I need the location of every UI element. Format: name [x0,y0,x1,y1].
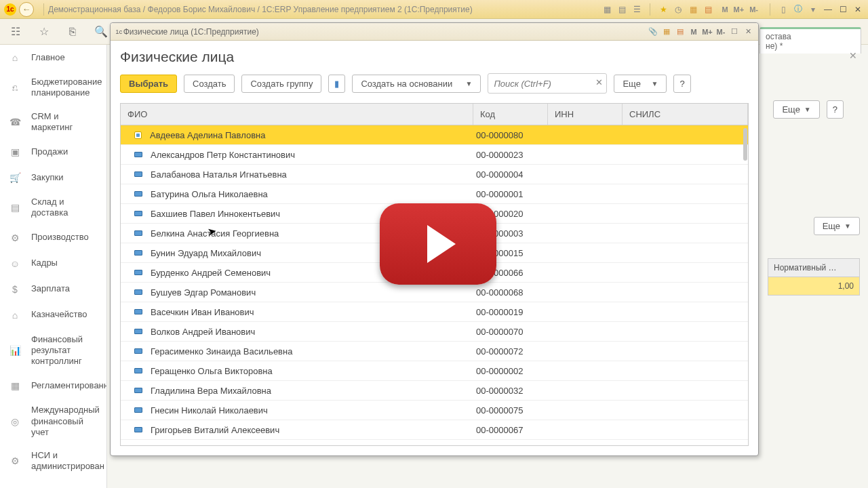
help-button[interactable]: ? [673,75,690,93]
cell-kod: 00-0000068 [473,287,548,298]
docs-icon[interactable]: ▯ [777,3,789,16]
clear-search-button[interactable]: ✕ [595,77,603,87]
row-type-icon [134,407,142,413]
m-button[interactable]: M [688,26,700,38]
col-inn[interactable]: ИНН [548,104,623,125]
table-row[interactable]: Григорьев Виталий Алексеевич00-0000067 [121,420,748,440]
history-icon[interactable]: ◷ [672,3,684,16]
sidebar-item[interactable]: ▣Продажи [0,139,106,165]
cell-fio: Бунин Эдуард Михайлович [151,248,261,258]
more-button[interactable]: Еще ▼ [614,75,667,93]
sidebar-item[interactable]: ◎Международный финансовый учет [0,399,106,444]
table-row[interactable]: Васечкин Иван Иванович00-0000019 [121,302,748,322]
col-fio[interactable]: ФИО [121,104,473,125]
nav-back-button[interactable]: ← [19,2,34,17]
cell-fio: Батурина Ольга Николаевна [151,189,268,199]
sidebar-item-label: Зарплата [31,283,70,294]
sidebar-item[interactable]: ▦Регламентированн [0,373,106,399]
table-row[interactable]: Волков Андрей Иванович00-0000070 [121,322,748,342]
mplus-button[interactable]: M+ [701,26,713,38]
table-row[interactable]: Геращенко Ольга Викторовна00-0000002 [121,361,748,381]
m-button[interactable]: M [719,5,730,14]
apps-grid-icon[interactable]: ☷ [8,24,23,39]
sidebar-item-label: CRM и маркетинг [31,111,98,134]
sidebar-item[interactable]: 🛒Закупки [0,165,106,190]
maximize-button[interactable]: ☐ [728,26,741,38]
choose-button[interactable]: Выбрать [120,75,177,93]
sidebar-item[interactable]: 📊Финансовый результат контроллинг [0,328,106,373]
calc-icon[interactable]: ▦ [660,26,673,38]
create-on-basis-button[interactable]: Создать на основании ▼ [352,75,481,93]
options-icon[interactable]: ☰ [631,3,643,16]
row-type-icon [134,211,142,216]
maximize-button[interactable]: ☐ [837,3,849,16]
calendar-icon[interactable]: ▤ [702,3,714,16]
table-row[interactable]: Гнесин Николай Николаевич00-0000075 [121,401,748,420]
col-snils[interactable]: СНИЛС [623,104,748,125]
cell-fio: Балабанова Наталья Игнатьевна [151,169,287,180]
create-button[interactable]: Создать [184,75,235,93]
clipboard-icon[interactable]: ⎘ [65,24,80,39]
scrollbar-thumb[interactable] [743,128,747,161]
table-row[interactable]: Герасименко Зинаида Васильевна00-0000072 [121,342,748,361]
sidebar-item[interactable]: ▤Склад и доставка [0,190,106,225]
search-input[interactable] [488,73,607,94]
mminus-button[interactable]: M- [715,26,727,38]
cell-kod: 00-0000075 [473,405,548,415]
col-kod[interactable]: Код [473,104,548,125]
pin-icon[interactable]: 📎 [647,26,659,38]
label: Еще [623,79,640,89]
treasury-icon: ⌂ [8,308,22,322]
table-row[interactable]: Григорьева Любовь Петровна00-0000071 [121,440,748,443]
close-button[interactable]: ✕ [852,3,864,16]
dialog-title: Физические лица (1С:Предприятие) [123,27,259,37]
sidebar-item[interactable]: ⌂Главное [0,45,106,70]
create-group-button[interactable]: Создать группу [241,75,321,93]
table-row[interactable]: Гладилина Вера Михайловна00-0000032 [121,381,748,401]
mminus-button[interactable]: M- [747,5,760,14]
search-icon[interactable]: 🔍 [94,24,108,39]
table-row[interactable]: Балабанова Наталья Игнатьевна00-0000004 [121,165,748,184]
video-play-button[interactable] [380,203,496,285]
sidebar-item[interactable]: ⚙Производство [0,225,106,251]
sidebar-item[interactable]: ⌂Казначейство [0,302,106,328]
sidebar-item-label: Международный финансовый учет [31,405,100,438]
row-type-icon [134,152,142,157]
separator [650,3,650,16]
dropdown-icon[interactable]: ▾ [807,3,819,16]
regulated-icon: ▦ [8,379,22,392]
cell-fio: Бахшиев Павел Иннокентьевич [151,209,280,219]
row-type-icon [134,329,142,334]
info-icon[interactable]: ⓘ [792,3,804,16]
row-type-icon [134,230,142,236]
cell-kod: 00-0000002 [473,366,548,376]
table-row[interactable]: Александров Петр Константинович00-000002… [121,145,748,165]
sidebar-item[interactable]: $Зарплата [0,277,106,302]
mplus-button[interactable]: M+ [732,5,747,14]
favorite-icon[interactable]: ☆ [37,24,52,39]
table-row[interactable]: Авдеева Аделина Павловна00-0000080 [121,125,748,145]
crm-icon: ☎ [8,115,22,129]
calc-icon[interactable]: ▦ [687,3,699,16]
table-row[interactable]: Бушуев Эдгар Романович00-0000068 [121,283,748,302]
sidebar-item[interactable]: ☎CRM и маркетинг [0,105,106,140]
sidebar-item[interactable]: ⎌Бюджетирование планирование [0,70,106,105]
layout-icon[interactable]: ▤ [616,3,628,16]
close-button[interactable]: ✕ [742,26,754,38]
row-type-icon [134,270,142,275]
hr-icon: ☺ [8,257,22,270]
list-mode-button[interactable]: ▮ [328,75,345,93]
chevron-down-icon: ▼ [466,80,473,87]
salary-icon: $ [8,283,22,296]
sales-icon: ▣ [8,145,22,159]
sidebar-item[interactable]: ⚙НСИ и администрирован [0,444,106,479]
row-type-icon [134,427,142,432]
cell-kod: 00-0000070 [473,327,548,337]
calendar-icon[interactable]: ▤ [674,26,686,38]
grid-icon[interactable]: ▦ [601,3,613,16]
star-icon[interactable]: ★ [657,3,669,16]
minimize-button[interactable]: — [822,3,834,16]
sidebar-item[interactable]: ☺Кадры [0,251,106,277]
cell-kod: 00-0000023 [473,150,548,160]
table-row[interactable]: Батурина Ольга Николаевна00-0000001 [121,184,748,204]
